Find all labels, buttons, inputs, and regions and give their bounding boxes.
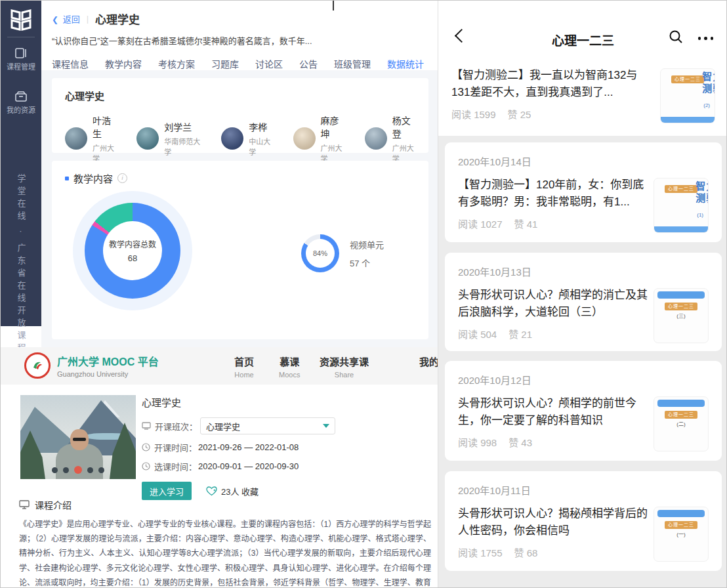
instructor-school: 华南师范大学 [164, 136, 200, 157]
video-unit-pct: 84% [306, 239, 335, 268]
teaching-content-donut: 教学内容总数 68 [85, 203, 180, 299]
mooc-brand-title: 广州大学 MOOC 平台 [57, 353, 159, 369]
sidebar-item-label: 课程管理 [1, 61, 41, 72]
back-link[interactable]: ❮ 返回 [52, 12, 80, 25]
page-title: 心理学史 [95, 10, 140, 27]
mooc-brand[interactable]: 广州大学 MOOC 平台 Guangzhou University [24, 352, 159, 379]
article-thumbnail: 心理一二三 颅相学 (三) [654, 288, 709, 343]
article-thumbnail: 心理一二三 颅相学 (一) [654, 507, 709, 562]
instructor-item[interactable]: 叶浩生 广州大学 [65, 114, 115, 163]
video-unit-count: 57 个 [350, 257, 384, 269]
intro-title: 课程介绍 [35, 498, 72, 511]
enroll-time-label: 选课时间： [154, 460, 197, 472]
teaching-content-stats-card: 教学内容 i 教学内容总数 68 84% 视频单元 57 个 [52, 161, 428, 339]
wechat-account-title: 心理一二三 [438, 31, 727, 49]
sidebar-item-label: 我的资源 [1, 104, 41, 115]
instructor-item[interactable]: 刘学兰 华南师范大学 [136, 114, 200, 163]
enroll-time-value: 2020-09-01 — 2020-09-30 [198, 461, 299, 471]
avatar [221, 127, 243, 150]
enter-learning-button[interactable]: 进入学习 [142, 482, 192, 500]
section-header: 教学内容 i [65, 171, 415, 185]
instructor-name: 刘学兰 [164, 120, 200, 133]
article-item[interactable]: 2020年10月13日 头骨形状可识人心？颅相学的消亡及其后浪脑科学，大道轮回（… [445, 253, 722, 351]
book-icon [15, 48, 27, 58]
article-title: 头骨形状可识人心？颅相学的前世今生，你一定要了解的科普知识 [458, 395, 655, 430]
heart-plus-icon [206, 486, 217, 496]
stats-content-area: 心理学史 叶浩生 广州大学 刘学兰 华南师范大学 李桦 中山大学 [41, 70, 439, 347]
archive-box-icon [15, 91, 27, 102]
instructor-item[interactable]: 杨文登 广州大学 [365, 114, 415, 163]
article-reads: 阅读 1027 [458, 217, 503, 230]
more-menu-icon[interactable] [698, 37, 714, 40]
instructor-name: 叶浩生 [93, 114, 115, 140]
mooc-page: 广州大学 MOOC 平台 Guangzhou University 首页 Hom… [1, 347, 439, 588]
sidebar-divider [7, 37, 35, 37]
mooc-course-title: 心理学史 [142, 395, 424, 409]
sidebar-item-course-management[interactable]: 课程管理 [1, 48, 41, 72]
favorite-count: 23人 收藏 [221, 485, 259, 497]
mooc-nav-share[interactable]: 资源共享课 Share [320, 354, 369, 379]
xuetang-logo-icon[interactable] [8, 7, 34, 33]
instructor-list: 叶浩生 广州大学 刘学兰 华南师范大学 李桦 中山大学 麻彦坤 [65, 114, 415, 163]
instructor-name: 杨文登 [392, 114, 415, 140]
course-intro-section: 课程介绍 《心理学史》是应用心理学专业、心理学专业的专业核心课程。主要的课程内容… [19, 498, 431, 588]
wechat-article-panel: 心理一二三 【智力测验二】我一直以为智商132与131差距不大，直到我真遇到了.… [438, 1, 727, 588]
chevron-down-icon [323, 424, 329, 428]
course-meta: 心理学史 开课班次： 心理学史 开课时间： 2021-09-26 — 2 [142, 395, 424, 500]
guangzhou-university-logo [24, 352, 51, 379]
favorite-control[interactable]: 23人 收藏 [206, 485, 259, 497]
article-date: 2020年10月13日 [458, 264, 709, 278]
screen: 课程管理 我的资源 学堂在线 · 广东省在线开放课程 ❮ 返回 | 心理学史 “… [0, 0, 727, 588]
article-item[interactable]: 2020年10月14日 【智力测验一】120年前，女：你到底有多聪明？男：我非常… [445, 142, 722, 242]
article-title: 头骨形状可识人心？揭秘颅相学背后的人性密码，你会相信吗 [458, 505, 655, 540]
clock-icon [142, 462, 150, 471]
class-select[interactable]: 心理学史 [200, 417, 335, 434]
article-item[interactable]: 【智力测验二】我一直以为智商132与131差距不大，直到我真遇到了... 心理一… [438, 63, 727, 135]
article-title: 头骨形状可识人心？颅相学的消亡及其后浪脑科学，大道轮回（三） [458, 287, 655, 322]
info-icon[interactable]: i [117, 173, 127, 183]
mooc-nav-mine[interactable]: 我的 [419, 354, 439, 368]
start-time-value: 2021-09-26 — 2022-01-08 [198, 442, 299, 452]
breadcrumb: ❮ 返回 | 心理学史 [41, 1, 439, 27]
sidebar: 课程管理 我的资源 学堂在线 · 广东省在线开放课程 [1, 1, 41, 326]
search-icon[interactable] [669, 30, 683, 47]
mooc-header: 广州大学 MOOC 平台 Guangzhou University 首页 Hom… [1, 347, 439, 385]
mooc-nav-home[interactable]: 首页 Home [234, 354, 254, 379]
article-likes: 赞 68 [514, 545, 538, 559]
article-item[interactable]: 2020年10月12日 头骨形状可识人心？颅相学的前世今生，你一定要了解的科普知… [445, 361, 722, 461]
donut-center-value: 68 [128, 253, 137, 263]
article-title: 【智力测验一】120年前，女：你到底有多聪明？男：我非常聪明，有1... [458, 177, 655, 211]
class-icon [142, 422, 151, 430]
article-likes: 赞 41 [514, 217, 538, 230]
instructor-item[interactable]: 李桦 中山大学 [221, 114, 272, 163]
course-info-card: 心理学史 叶浩生 广州大学 刘学兰 华南师范大学 李桦 中山大学 [52, 78, 428, 153]
article-reads: 阅读 998 [458, 435, 497, 449]
instructor-item[interactable]: 麻彦坤 广州大学 [293, 114, 344, 163]
wechat-panel-top: 心理一二三 【智力测验二】我一直以为智商132与131差距不大，直到我真遇到了.… [438, 1, 727, 136]
course-banner-photo[interactable] [20, 395, 136, 479]
video-unit-stat: 84% 视频单元 57 个 [301, 234, 384, 272]
mooc-nav-moocs[interactable]: 慕课 Moocs [279, 354, 300, 379]
donut-center: 教学内容总数 68 [103, 221, 162, 280]
article-reads: 阅读 1755 [458, 545, 503, 559]
start-time-label: 开课时间： [154, 441, 197, 453]
sidebar-item-my-resources[interactable]: 我的资源 [1, 91, 41, 115]
class-label: 开课班次： [155, 420, 197, 432]
sunglasses-shape [73, 438, 86, 441]
monitor-icon [19, 500, 30, 509]
article-date: 2020年10月12日 [458, 373, 709, 387]
breadcrumb-divider: | [87, 14, 89, 24]
video-unit-label: 视频单元 [350, 238, 384, 251]
course-name: 心理学史 [65, 89, 415, 102]
carousel-dots[interactable] [52, 466, 104, 474]
article-thumbnail: 心理一二三 智力测验 (2) [660, 68, 715, 123]
article-thumbnail: 心理一二三 颅相学 (二) [654, 396, 709, 452]
instructor-school: 中山大学 [249, 136, 272, 157]
article-item[interactable]: 2020年10月11日 头骨形状可识人心？揭秘颅相学背后的人性密码，你会相信吗 … [445, 471, 722, 571]
avatar [365, 127, 387, 150]
article-likes: 赞 43 [509, 435, 532, 449]
avatar [65, 127, 87, 150]
donut-halo: 教学内容总数 68 [73, 191, 192, 310]
chevron-left-icon: ❮ [52, 15, 58, 24]
donut-center-label: 教学内容总数 [109, 238, 156, 249]
